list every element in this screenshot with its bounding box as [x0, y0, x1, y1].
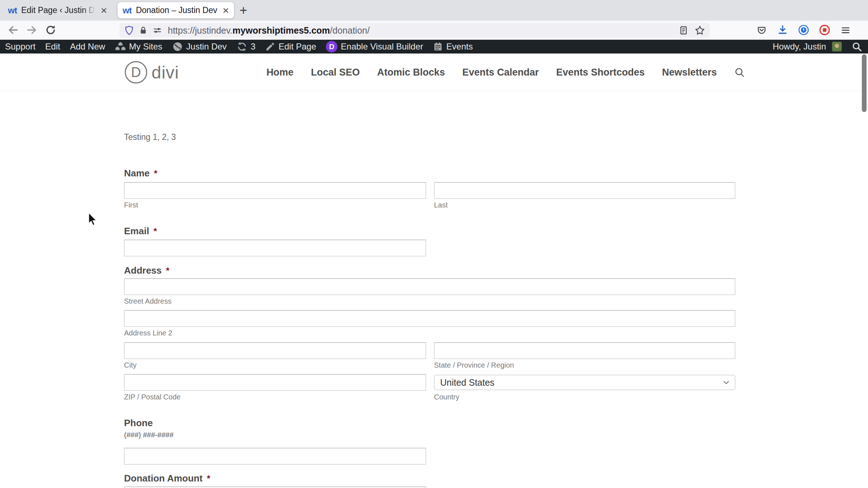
tab-donation[interactable]: wt Donation – Justin Dev × — [118, 2, 234, 18]
phone-input[interactable] — [124, 448, 426, 465]
pocket-button[interactable] — [754, 23, 769, 37]
back-arrow-icon — [7, 24, 19, 36]
zip-sublabel: ZIP / Postal Code — [124, 393, 434, 401]
adminbar-visual-builder[interactable]: D Enable Visual Builder — [326, 41, 423, 52]
reload-icon — [44, 24, 57, 36]
back-button[interactable] — [6, 23, 20, 37]
site-header: D divi Home Local SEO Atomic Blocks Even… — [0, 53, 868, 91]
country-selected-value: United States — [440, 377, 494, 388]
last-sublabel: Last — [434, 201, 448, 209]
browser-tab-bar: wt Edit Page ‹ Justin Dev — WordPr × wt … — [0, 0, 868, 21]
close-icon[interactable]: × — [101, 5, 107, 16]
nav-events-calendar[interactable]: Events Calendar — [462, 67, 539, 78]
city-input[interactable] — [124, 342, 426, 359]
divi-logo-circle: D — [125, 61, 147, 84]
state-sublabel: State / Province / Region — [434, 361, 514, 369]
address-field-label: Address* — [124, 265, 735, 276]
adminbar-events[interactable]: Events — [433, 42, 473, 52]
nav-newsletters[interactable]: Newsletters — [662, 67, 717, 78]
first-sublabel: First — [124, 201, 434, 209]
bookmark-star-icon[interactable] — [694, 25, 706, 36]
required-marker: * — [154, 168, 157, 178]
city-sublabel: City — [124, 361, 434, 369]
downloads-button[interactable] — [775, 23, 790, 37]
reload-button[interactable] — [43, 23, 58, 37]
adminbar-site-name[interactable]: Justin Dev — [172, 41, 227, 52]
my-sites-icon — [115, 41, 126, 52]
donation-form: Testing 1, 2, 3 Name* First Last Email* … — [124, 91, 735, 488]
adminbar-search-icon[interactable] — [851, 41, 862, 52]
updates-count: 3 — [251, 42, 255, 52]
tab-edit-page[interactable]: wt Edit Page ‹ Justin Dev — WordPr × — [3, 2, 112, 18]
record-icon — [818, 24, 831, 36]
site-favicon: wt — [123, 5, 132, 16]
menu-button[interactable] — [838, 23, 853, 37]
forward-arrow-icon — [26, 24, 38, 36]
updates-icon — [237, 41, 247, 52]
required-marker: * — [207, 474, 210, 483]
chevron-down-icon — [723, 381, 729, 385]
visual-builder-label: Enable Visual Builder — [341, 42, 423, 52]
name-field-label: Name* — [124, 168, 735, 179]
nav-home[interactable]: Home — [267, 67, 294, 78]
site-favicon: wt — [8, 5, 17, 16]
site-name-label: Justin Dev — [186, 42, 227, 52]
onepassword-button[interactable] — [796, 23, 811, 37]
record-extension-button[interactable] — [817, 23, 832, 37]
site-logo[interactable]: D divi — [125, 61, 179, 84]
donation-amount-input[interactable] — [124, 487, 426, 488]
reader-view-icon[interactable] — [678, 25, 689, 36]
events-label: Events — [446, 42, 473, 52]
lock-icon[interactable] — [138, 25, 148, 35]
tracking-shield-icon[interactable] — [124, 25, 135, 36]
adminbar-support[interactable]: Support — [5, 42, 35, 52]
pencil-icon — [265, 42, 275, 52]
adminbar-my-sites[interactable]: My Sites — [115, 41, 162, 52]
new-tab-button[interactable]: + — [236, 3, 251, 18]
adminbar-edit-page[interactable]: Edit Page — [265, 42, 316, 52]
nav-events-shortcodes[interactable]: Events Shortcodes — [556, 67, 645, 78]
url-domain: myworshiptimes5.com — [233, 25, 330, 35]
email-input[interactable] — [124, 240, 426, 256]
tab-title: Donation – Justin Dev — [136, 5, 219, 15]
divi-icon: D — [326, 41, 337, 52]
download-icon — [777, 24, 788, 36]
nav-search-icon[interactable] — [734, 67, 745, 78]
forward-button[interactable] — [25, 23, 39, 37]
url-text[interactable]: https://justindev.myworshiptimes5.com/do… — [168, 25, 675, 36]
country-select[interactable]: United States — [434, 375, 735, 390]
onepassword-icon — [797, 24, 810, 36]
hamburger-icon — [840, 24, 851, 36]
last-name-input[interactable] — [434, 182, 735, 199]
pocket-icon — [756, 24, 767, 36]
email-field-label: Email* — [124, 226, 735, 237]
browser-toolbar: https://justindev.myworshiptimes5.com/do… — [0, 21, 868, 40]
donation-amount-label: Donation Amount* — [124, 473, 735, 484]
howdy-label[interactable]: Howdy, Justin — [773, 42, 826, 52]
adminbar-updates[interactable]: 3 — [237, 41, 255, 52]
nav-atomic-blocks[interactable]: Atomic Blocks — [377, 67, 445, 78]
edit-page-label: Edit Page — [278, 42, 316, 52]
scrollbar-thumb[interactable] — [862, 54, 867, 112]
adminbar-add-new[interactable]: Add New — [70, 42, 105, 52]
avatar[interactable] — [832, 42, 842, 52]
nav-local-seo[interactable]: Local SEO — [311, 67, 360, 78]
state-input[interactable] — [434, 342, 735, 359]
url-bar[interactable]: https://justindev.myworshiptimes5.com/do… — [119, 23, 710, 38]
my-sites-label: My Sites — [129, 42, 162, 52]
close-icon[interactable]: × — [222, 5, 229, 16]
permissions-sliders-icon[interactable] — [152, 25, 163, 36]
required-marker: * — [166, 266, 169, 275]
url-path: /donation/ — [330, 25, 370, 35]
address-line2-input[interactable] — [124, 310, 735, 327]
adminbar-edit[interactable]: Edit — [45, 42, 60, 52]
divi-logo-text: divi — [152, 63, 179, 82]
street-address-input[interactable] — [124, 278, 735, 295]
first-name-input[interactable] — [124, 182, 426, 199]
wp-admin-bar: Support Edit Add New My Sites Justin Dev… — [0, 40, 868, 53]
zip-input[interactable] — [124, 374, 426, 391]
required-marker: * — [153, 226, 157, 236]
tab-title: Edit Page ‹ Justin Dev — WordPr — [21, 5, 97, 15]
main-nav: Home Local SEO Atomic Blocks Events Cale… — [267, 53, 745, 91]
intro-text: Testing 1, 2, 3 — [124, 132, 735, 142]
